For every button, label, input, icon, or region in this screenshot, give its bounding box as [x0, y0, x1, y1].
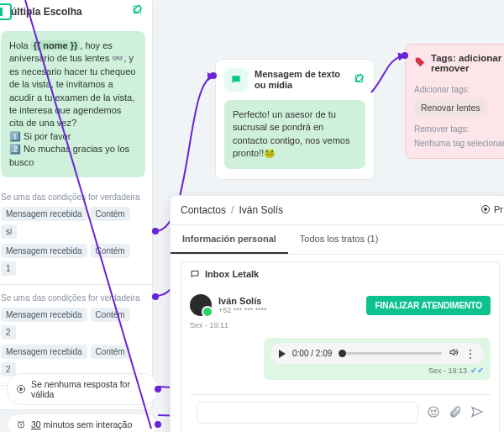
clock-icon — [16, 419, 26, 429]
add-tags-label: Adicionar tags: — [406, 85, 504, 99]
tags-card: Tags: adicionar / remover Adicionar tags… — [405, 44, 504, 159]
pr-button[interactable]: Pr — [480, 204, 503, 214]
message-card-title: Mensagem de texto ou mídia — [255, 69, 347, 91]
send-icon[interactable] — [470, 405, 484, 421]
connector-dot[interactable] — [155, 386, 161, 392]
chat-area: Iván Solís +52 *** *** **** FINALIZAR AT… — [181, 286, 500, 432]
message-composer — [190, 394, 491, 430]
contact-info: Iván Solís +52 *** *** **** — [190, 294, 267, 316]
breadcrumb-root[interactable]: Contactos — [181, 204, 226, 216]
remove-tags-label: Remover tags: — [406, 124, 504, 139]
breadcrumb-name: Iván Solís — [239, 204, 283, 216]
play-circle-icon — [480, 204, 491, 214]
tags-title: Tags: adicionar / remover — [431, 53, 504, 73]
chip-message-received: Mensagem recebida — [1, 207, 87, 221]
breadcrumb: Contactos / Iván Solís Pr — [171, 196, 504, 225]
chip-contains: Contém — [91, 345, 130, 359]
inbox-label[interactable]: Inbox Letalk — [181, 261, 500, 286]
finalize-button[interactable]: FINALIZAR ATENDIMENTO — [366, 296, 491, 315]
timestamp-2: Sex - 19:13 ✔✔ — [428, 366, 484, 375]
chip-contains: Contém — [91, 207, 130, 221]
chip-value-1: 1 — [1, 261, 16, 276]
tab-bar: Información personal Todos los tratos (1… — [171, 225, 504, 255]
read-check-icon: ✔✔ — [470, 366, 484, 375]
condition-block-2: Se uma das condições for verdadeira Mens… — [0, 284, 152, 385]
chip-contains: Contém — [91, 244, 130, 258]
mc-message-bubble: Hola {{ nome }}, hoy es aniversario de t… — [1, 31, 145, 177]
message-body-bubble: Perfecto! un asesor de tu sucrusal se po… — [224, 100, 365, 169]
condition-block-1: Se uma das condições for verdadeira Mens… — [0, 184, 152, 284]
tag-chip-renovar[interactable]: Renovar lentes — [414, 99, 487, 116]
chip-message-received: Mensagem recebida — [1, 308, 87, 322]
contact-name: Iván Solís — [218, 296, 267, 306]
svg-point-5 — [428, 407, 438, 417]
audio-message: 0:00 / 2:09 ⋮ Sex - 19:13 ✔✔ — [264, 338, 491, 380]
play-circle-icon — [16, 384, 26, 394]
message-card: Mensagem de texto ou mídia Perfecto! un … — [215, 59, 375, 180]
no-interaction-pill[interactable]: 30 minutos sem interação — [7, 414, 158, 432]
contact-phone: +52 *** *** **** — [218, 306, 267, 314]
message-icon — [224, 68, 248, 92]
avatar — [190, 294, 212, 316]
attachment-icon[interactable] — [449, 405, 462, 421]
emoji-icon[interactable] — [427, 405, 440, 421]
chip-contains: Contém — [91, 308, 130, 322]
name-variable-token: {{ nome }} — [31, 40, 81, 50]
chip-message-received: Mensagem recebida — [1, 244, 87, 258]
mc-block-icon — [0, 3, 12, 20]
multiple-choice-card: Múltipla Escolha Hola {{ nome }}, hoy es… — [0, 0, 153, 410]
chip-message-received: Mensagem recebida — [1, 345, 87, 359]
timestamp-1: Sex - 19:11 — [190, 321, 491, 329]
chip-value-2: 2 — [1, 325, 16, 340]
audio-progress[interactable] — [339, 352, 442, 355]
edit-icon[interactable] — [354, 73, 365, 87]
chat-bubble-icon — [190, 269, 200, 279]
mc-title: Múltipla Escolha — [3, 6, 82, 18]
tab-personal-info[interactable]: Información personal — [171, 225, 288, 254]
volume-icon[interactable] — [449, 347, 459, 360]
audio-time: 0:00 / 2:09 — [292, 349, 332, 358]
kebab-icon[interactable]: ⋮ — [465, 348, 475, 360]
contact-detail-modal: Contactos / Iván Solís Pr Información pe… — [170, 195, 504, 432]
condition-label: Se uma das condições for verdadeira — [1, 192, 145, 202]
svg-point-7 — [434, 410, 435, 411]
connector-dot[interactable] — [155, 421, 161, 428]
no-valid-response-pill[interactable]: Se nenhuma resposta for válida — [7, 373, 158, 405]
message-input[interactable] — [197, 402, 418, 424]
condition-label: Se uma das condições for verdadeira — [1, 293, 145, 303]
edit-icon[interactable] — [132, 4, 144, 18]
chip-value-si: si — [1, 224, 17, 239]
play-icon[interactable] — [279, 350, 286, 358]
tag-icon — [414, 56, 426, 70]
no-tag-selected: Nenhuma tag selecionada — [414, 139, 504, 148]
svg-point-6 — [431, 410, 432, 411]
tab-deals[interactable]: Todos los tratos (1) — [288, 225, 391, 254]
audio-player[interactable]: 0:00 / 2:09 ⋮ — [270, 343, 484, 364]
